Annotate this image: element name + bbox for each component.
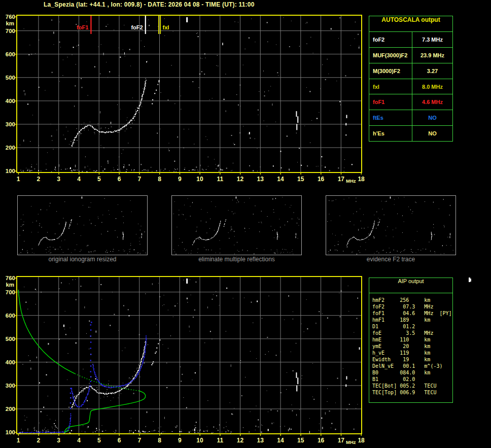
aip-row-ewidth: Ewidth 19 km <box>372 356 452 363</box>
svg-text:400: 400 <box>6 359 15 365</box>
svg-text:700: 700 <box>6 289 15 295</box>
aip-output-panel: AIP output hmF2 256 km foF2 07.3 MHz foF… <box>369 278 453 403</box>
aip-row-foe: foE 3.5 MHz <box>372 330 452 336</box>
autoscala-row-value: NO <box>412 110 452 125</box>
aip-row-b1: B1 02.0 <box>372 376 452 383</box>
thumbnail-eliminate-reflections-image <box>172 196 301 255</box>
svg-text:10: 10 <box>196 437 203 444</box>
aip-row-d1: D1 01.2 <box>372 323 452 330</box>
svg-text:500: 500 <box>6 336 15 342</box>
svg-text:11: 11 <box>217 437 223 444</box>
thumbnail-caption-evidence: evidence F2 trace <box>326 256 456 263</box>
aip-panel-title: AIP output <box>369 278 452 293</box>
aip-row-fof2: foF2 07.3 MHz <box>372 303 452 310</box>
autoscala-row-hes: h'EsNO <box>369 126 452 141</box>
svg-text:8: 8 <box>158 437 161 444</box>
autoscala-row-value: 8.0 MHz <box>412 79 452 94</box>
aip-row-hme: hmE 110 km <box>372 336 452 343</box>
aip-row-fof1: foF1 04.6 MHz [PY] <box>372 310 452 317</box>
autoscala-row-value: 3.27 <box>412 63 452 79</box>
aip-rows: hmF2 256 km foF2 07.3 MHz foF1 04.6 MHz … <box>369 293 452 396</box>
svg-text:km: km <box>6 282 14 288</box>
autoscala-window: La_Spezia (lat: +44.1 , lon: 009.8) - DA… <box>0 0 491 448</box>
svg-text:17: 17 <box>338 437 345 444</box>
svg-text:18: 18 <box>358 437 365 444</box>
svg-text:15: 15 <box>297 437 304 444</box>
thumbnail-caption-eliminate: eliminate multiple reflections <box>171 256 302 263</box>
svg-text:MHz: MHz <box>346 439 356 445</box>
svg-text:13: 13 <box>257 437 264 444</box>
svg-text:1: 1 <box>17 437 20 444</box>
autoscala-row-value: 4.6 MHz <box>412 94 452 110</box>
aip-row-tecbot: TEC[Bot] 005.2 TECU <box>372 383 452 389</box>
svg-text:3: 3 <box>57 437 60 444</box>
autoscala-row-label: ftEs <box>369 115 412 121</box>
aip-row-hmf2: hmF2 256 km <box>372 297 452 303</box>
autoscala-row-m3000f2: M(3000)F23.27 <box>369 63 452 79</box>
autoscala-output-panel: AUTOSCALA output foF27.3 MHzMUF(3000)F22… <box>369 16 453 142</box>
svg-text:16: 16 <box>318 437 325 444</box>
autoscala-panel-title: AUTOSCALA output <box>369 16 452 32</box>
aip-row-b0: B0 084.0 km <box>372 369 452 376</box>
aip-row-tectop: TEC[Top] 006.9 TECU <box>372 389 452 396</box>
autoscala-row-label: M(3000)F2 <box>369 68 412 74</box>
autoscala-rows: foF27.3 MHzMUF(3000)F223.9 MHzM(3000)F23… <box>369 32 452 141</box>
svg-text:760: 760 <box>6 275 15 281</box>
autoscala-row-fxi: fxI8.0 MHz <box>369 79 452 95</box>
thumbnail-evidence-f2-trace-image <box>326 196 455 255</box>
autoscala-row-value: NO <box>412 126 452 141</box>
svg-text:2: 2 <box>37 437 41 444</box>
svg-text:4: 4 <box>77 437 81 444</box>
autoscala-row-fof1: foF14.6 MHz <box>369 94 452 110</box>
svg-text:5: 5 <box>97 437 101 444</box>
autoscala-row-fof2: foF27.3 MHz <box>369 32 452 48</box>
thumbnail-eliminate-reflections <box>171 195 302 255</box>
autoscala-row-label: foF2 <box>369 37 412 43</box>
autoscala-row-label: fxI <box>369 84 412 90</box>
autoscala-row-label: foF1 <box>369 99 412 105</box>
svg-text:100: 100 <box>6 429 15 435</box>
svg-text:9: 9 <box>178 437 182 444</box>
autoscala-row-label: h'Es <box>369 130 412 136</box>
autoscala-row-ftes: ftEsNO <box>369 110 452 126</box>
aip-row-yme: ymE 20 km <box>372 343 452 350</box>
thumbnail-evidence-f2-trace <box>326 195 456 255</box>
svg-text:7: 7 <box>137 437 141 444</box>
svg-text:300: 300 <box>6 383 15 389</box>
svg-text:14: 14 <box>277 437 284 444</box>
svg-text:12: 12 <box>237 437 244 444</box>
thumbnail-original-ionogram-image <box>18 196 147 255</box>
autoscala-row-value: 7.3 MHz <box>412 32 452 47</box>
aip-row-hve: h_vE 119 km <box>372 350 452 356</box>
autoscala-row-value: 23.9 MHz <box>412 48 452 63</box>
autoscala-row-label: MUF(3000)F2 <box>369 52 412 58</box>
svg-text:6: 6 <box>118 437 121 444</box>
autoscala-row-muf3000f2: MUF(3000)F223.9 MHz <box>369 48 452 63</box>
svg-text:200: 200 <box>6 406 15 412</box>
thumbnail-original-ionogram <box>17 195 148 255</box>
aip-row-delnve: DelN_vE 00.1 m^(-3) <box>372 363 452 369</box>
aip-row-hmf1: hmF1 189 km <box>372 317 452 323</box>
thumbnail-caption-original: original ionogram resized <box>17 256 148 263</box>
svg-text:600: 600 <box>6 313 15 319</box>
